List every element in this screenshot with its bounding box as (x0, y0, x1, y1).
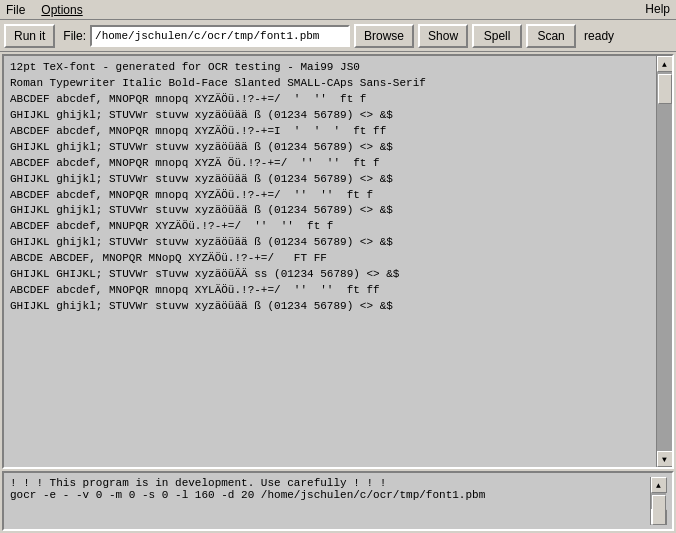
scroll-down-button[interactable]: ▼ (657, 451, 673, 467)
toolbar: Run it File: Browse Show Spell Scan read… (0, 20, 676, 52)
status-bar-content: ! ! ! This program is in development. Us… (10, 477, 666, 525)
scroll-track[interactable] (657, 72, 672, 451)
scroll-up-button[interactable]: ▲ (657, 56, 673, 72)
scan-button[interactable]: Scan (526, 24, 576, 48)
file-path-input[interactable] (90, 25, 350, 47)
status-bar: ! ! ! This program is in development. Us… (2, 471, 674, 531)
vertical-scrollbar: ▲ ▼ (656, 56, 672, 467)
status-label: ready (584, 29, 614, 43)
show-button[interactable]: Show (418, 24, 468, 48)
status-line2: gocr -e - -v 0 -m 0 -s 0 -l 160 -d 20 /h… (10, 489, 650, 501)
main-content: 12pt TeX-font - generated for OCR testin… (0, 52, 676, 533)
menubar: File Options Help (0, 0, 676, 20)
status-scroll-track[interactable] (651, 493, 666, 509)
menu-help[interactable]: Help (643, 2, 672, 17)
status-scroll-thumb[interactable] (652, 495, 666, 525)
status-bar-text: ! ! ! This program is in development. Us… (10, 477, 650, 525)
text-lines: 12pt TeX-font - generated for OCR testin… (10, 60, 650, 315)
browse-button[interactable]: Browse (354, 24, 414, 48)
text-display-area: 12pt TeX-font - generated for OCR testin… (2, 54, 674, 469)
status-scroll-up[interactable]: ▲ (651, 477, 667, 493)
status-line1: ! ! ! This program is in development. Us… (10, 477, 650, 489)
menu-file[interactable]: File (4, 3, 27, 17)
menu-options[interactable]: Options (39, 3, 84, 17)
run-button[interactable]: Run it (4, 24, 55, 48)
status-scrollbar: ▲ ▼ (650, 477, 666, 525)
scroll-thumb[interactable] (658, 74, 672, 104)
text-content[interactable]: 12pt TeX-font - generated for OCR testin… (4, 56, 656, 467)
file-label: File: (63, 29, 86, 43)
menubar-left: File Options (4, 3, 85, 17)
spell-button[interactable]: Spell (472, 24, 522, 48)
